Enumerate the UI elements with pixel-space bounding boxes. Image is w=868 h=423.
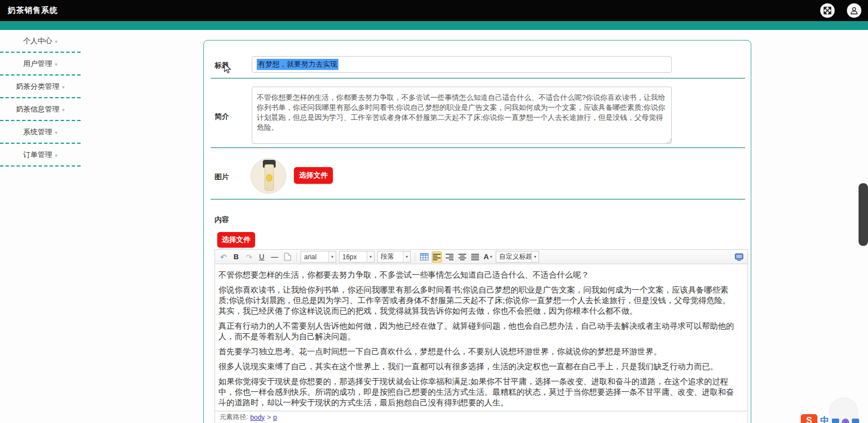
content-paragraph: 首先要学习独立思考。花一点时间想一下自己喜欢什么，梦想是什么，不要别人说想环游世… bbox=[218, 346, 739, 357]
align-justify-button[interactable] bbox=[470, 251, 480, 263]
sidebar-item-user-management[interactable]: 用户管理 ▾ bbox=[0, 53, 81, 75]
font-color-letter: A bbox=[483, 253, 488, 261]
sidebar-item-label: 订单管理 bbox=[23, 150, 52, 160]
font-color-button[interactable]: A ▾ bbox=[483, 251, 493, 263]
redo-icon[interactable]: ↷ bbox=[244, 251, 254, 263]
edit-form-panel: 标题 有梦想，就要努力去实现 简介 不管你想要怎样的生活，你都要去努力争取，不多… bbox=[203, 40, 751, 423]
undo-icon[interactable]: ↶ bbox=[218, 251, 228, 263]
row-divider bbox=[211, 78, 745, 79]
paper-icon bbox=[284, 253, 291, 261]
align-left-button[interactable] bbox=[432, 251, 442, 263]
bold-button[interactable]: B bbox=[231, 251, 241, 263]
title-input[interactable]: 有梦想，就要努力去实现 bbox=[252, 56, 672, 73]
chevron-down-icon: ▾ bbox=[55, 153, 58, 158]
font-size-select[interactable]: 16px ▾ bbox=[339, 251, 375, 263]
paragraph-format-select[interactable]: 段落 ▾ bbox=[377, 251, 411, 263]
app-header: 奶茶销售系统 bbox=[0, 0, 868, 21]
paragraph-format-value: 段落 bbox=[378, 252, 403, 261]
watermark-logo-icon: S bbox=[801, 414, 817, 423]
insert-table-icon[interactable] bbox=[419, 251, 429, 263]
watermark-glyph-icon bbox=[852, 419, 859, 423]
chevron-down-icon: ▾ bbox=[55, 62, 58, 67]
accent-bar bbox=[0, 21, 868, 30]
chevron-down-icon: ▾ bbox=[490, 254, 492, 259]
sidebar-item-label: 奶茶信息管理 bbox=[16, 104, 59, 114]
content-paragraph: 你说你喜欢读书，让我给你列书单，你还问我哪里有那么多时间看书;你说自己梦想的职业… bbox=[218, 285, 739, 316]
mouse-cursor-icon bbox=[224, 64, 232, 74]
sidebar-item-label: 个人中心 bbox=[23, 36, 52, 46]
row-divider bbox=[211, 199, 745, 200]
choose-content-file-button[interactable]: 选择文件 bbox=[217, 232, 255, 248]
fullscreen-button[interactable] bbox=[820, 3, 835, 18]
intro-textarea[interactable]: 不管你想要怎样的生活，你都要去努力争取，不多尝试一些事情怎么知道自己适合什么、不… bbox=[252, 87, 672, 144]
app-title: 奶茶销售系统 bbox=[8, 6, 58, 16]
chevron-down-icon: ▾ bbox=[403, 251, 410, 262]
content-paragraph: 如果你觉得安于现状是你想要的，那选择安于现状就会让你幸福和满足;如果你不甘平庸，… bbox=[218, 376, 739, 408]
font-size-value: 16px bbox=[340, 253, 367, 261]
watermark-glyph-icon bbox=[832, 419, 839, 423]
align-left-icon bbox=[433, 254, 441, 260]
sidebar-nav: 个人中心 ▾ 用户管理 ▾ 奶茶分类管理 ▾ 奶茶信息管理 ▾ 系统管理 ▾ 订… bbox=[0, 30, 81, 167]
sidebar-item-milktea-info[interactable]: 奶茶信息管理 ▾ bbox=[0, 98, 81, 121]
content-paragraph: 很多人说现实束缚了自己，其实在这个世界上，我们一直都可以有很多选择，生活的决定权… bbox=[218, 361, 739, 372]
sidebar-item-order-management[interactable]: 订单管理 ▾ bbox=[0, 144, 81, 167]
chevron-down-icon: ▾ bbox=[367, 251, 374, 262]
font-family-value: arial bbox=[301, 253, 328, 261]
path-node-body[interactable]: body bbox=[250, 414, 265, 421]
fullscreen-arrows-icon bbox=[824, 7, 831, 14]
font-family-select[interactable]: arial ▾ bbox=[301, 251, 336, 263]
richtext-editor: ↶ B ↷ U — arial ▾ 16px ▾ bbox=[214, 249, 748, 423]
chevron-down-icon: ▾ bbox=[55, 130, 58, 135]
align-right-button[interactable] bbox=[445, 251, 455, 263]
page: 奶茶销售系统 个人中心 ▾ bbox=[0, 0, 868, 423]
watermark-text: 中 bbox=[820, 415, 829, 423]
horizontal-rule-button[interactable]: — bbox=[270, 251, 280, 263]
lemon-decoration bbox=[266, 174, 272, 182]
table-grid-icon bbox=[420, 253, 428, 260]
content-paragraph: 不管你想要怎样的生活，你都要去努力争取，不多尝试一些事情怎么知道自己适合什么、不… bbox=[218, 270, 739, 280]
watermark-dot-icon bbox=[842, 419, 849, 423]
intro-label: 简介 bbox=[214, 112, 229, 122]
align-justify-icon bbox=[471, 254, 479, 260]
chevron-down-icon: ▾ bbox=[531, 251, 538, 262]
content-label: 内容 bbox=[214, 215, 229, 225]
choose-image-file-button[interactable]: 选择文件 bbox=[294, 167, 333, 184]
align-center-icon bbox=[458, 254, 466, 260]
custom-style-select[interactable]: 自定义标题 ▾ bbox=[496, 251, 539, 263]
chevron-down-icon: ▾ bbox=[55, 39, 58, 44]
align-right-icon bbox=[446, 254, 453, 260]
element-path-label: 元素路径: bbox=[220, 412, 248, 422]
custom-style-value: 自定义标题 bbox=[496, 252, 531, 261]
row-divider bbox=[211, 147, 745, 148]
editor-status-bar: 元素路径: body > p bbox=[215, 411, 747, 423]
editor-fullscreen-button[interactable] bbox=[734, 251, 744, 263]
editor-content-area[interactable]: 不管你想要怎样的生活，你都要去努力争取，不多尝试一些事情怎么知道自己适合什么、不… bbox=[215, 265, 747, 411]
toolbar-divider bbox=[415, 253, 415, 261]
underline-button[interactable]: U bbox=[257, 251, 267, 263]
chevron-down-icon: ▾ bbox=[328, 251, 336, 262]
sidebar-item-label: 系统管理 bbox=[23, 127, 52, 137]
page-scrollbar-thumb[interactable] bbox=[859, 183, 868, 246]
site-watermark: S 中 bbox=[801, 414, 859, 423]
sidebar-item-system-management[interactable]: 系统管理 ▾ bbox=[0, 121, 81, 144]
path-node-p[interactable]: p bbox=[273, 414, 277, 421]
align-center-button[interactable] bbox=[457, 251, 467, 263]
milktea-image-preview bbox=[251, 158, 286, 194]
chevron-down-icon: ▾ bbox=[62, 107, 65, 113]
user-profile-button[interactable] bbox=[847, 3, 861, 18]
toolbar-divider bbox=[296, 253, 297, 261]
sidebar-item-milktea-category[interactable]: 奶茶分类管理 ▾ bbox=[0, 75, 81, 98]
editor-toolbar: ↶ B ↷ U — arial ▾ 16px ▾ bbox=[215, 250, 747, 264]
textarea-resize-handle[interactable] bbox=[666, 138, 672, 144]
path-separator: > bbox=[267, 414, 271, 421]
user-icon bbox=[850, 6, 859, 15]
monitor-icon bbox=[735, 253, 744, 261]
sidebar-item-label: 用户管理 bbox=[23, 59, 52, 69]
sidebar-item-personal-center[interactable]: 个人中心 ▾ bbox=[0, 30, 81, 53]
paste-icon[interactable] bbox=[282, 251, 292, 263]
content-paragraph: 真正有行动力的人不需要别人告诉他如何做，因为他已经在做了。就算碰到问题，他也会自… bbox=[218, 321, 739, 342]
selected-text: 有梦想，就要努力去实现 bbox=[257, 59, 338, 70]
image-label: 图片 bbox=[214, 172, 229, 182]
chevron-down-icon: ▾ bbox=[62, 84, 65, 90]
sidebar-item-label: 奶茶分类管理 bbox=[16, 82, 59, 92]
